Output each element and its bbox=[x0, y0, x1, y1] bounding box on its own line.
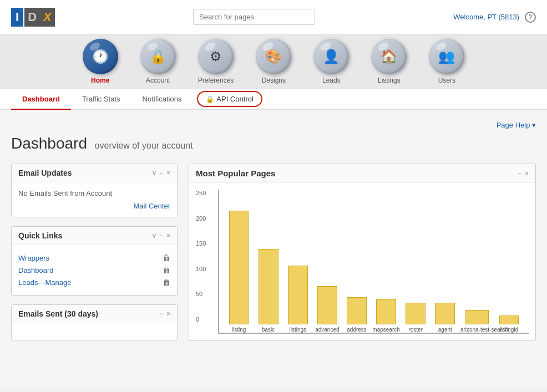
chart-bar bbox=[259, 249, 278, 324]
page-help: Page Help ▾ bbox=[11, 121, 536, 129]
dashboard-link[interactable]: Dashboard bbox=[18, 266, 54, 274]
chart-title: Most Popular Pages bbox=[196, 169, 275, 178]
bar-label: agent bbox=[438, 327, 452, 333]
page-title: Dashboard overview of your account bbox=[11, 135, 536, 152]
list-item: Leads — Manage 🗑 bbox=[18, 276, 170, 288]
quick-links-title: Quick Links bbox=[18, 231, 62, 240]
lock-icon: 🔒 bbox=[206, 95, 214, 103]
nav-item-designs[interactable]: 🎨 Designs bbox=[245, 39, 302, 89]
page-subtitle: overview of your account bbox=[95, 141, 193, 150]
preferences-icon: ⚙ bbox=[210, 49, 222, 64]
chart-bar bbox=[347, 297, 367, 324]
user-welcome-text[interactable]: Welcome, PT (5813) bbox=[453, 13, 519, 21]
y-label-100: 100 bbox=[196, 266, 206, 272]
nav-ball-designs: 🎨 bbox=[256, 39, 291, 74]
emails-sent-close-btn[interactable]: × bbox=[166, 310, 170, 318]
leads-link[interactable]: Leads bbox=[18, 278, 38, 287]
y-label-200: 200 bbox=[196, 215, 206, 222]
nav-item-account[interactable]: 🔒 Account bbox=[129, 39, 187, 89]
nav-label-designs: Designs bbox=[262, 77, 286, 84]
email-updates-close-btn[interactable]: × bbox=[166, 169, 170, 177]
chart-bar bbox=[465, 310, 489, 324]
bar-group: arizona-test-search bbox=[460, 211, 494, 333]
delete-wrappers-icon[interactable]: 🗑 bbox=[163, 253, 170, 262]
nav-item-listings[interactable]: 🏠 Listings bbox=[360, 39, 418, 89]
chart-bar bbox=[406, 303, 426, 324]
email-updates-body: No Emails Sent from Account Mail Center bbox=[12, 182, 177, 217]
bar-group: listingid bbox=[495, 211, 523, 333]
nav-item-leads[interactable]: 👤 Leads bbox=[302, 39, 360, 89]
nav-label-home: Home bbox=[91, 77, 109, 84]
quick-links-minimize-btn[interactable]: v bbox=[153, 232, 156, 240]
list-item: Dashboard 🗑 bbox=[18, 264, 170, 276]
chart-collapse-btn[interactable]: − bbox=[518, 170, 521, 177]
nav-item-users[interactable]: 👥 Users bbox=[418, 39, 475, 89]
user-area: Welcome, PT (5813) ? bbox=[453, 12, 536, 23]
search-input[interactable] bbox=[193, 9, 315, 25]
emails-sent-widget: Emails Sent (30 days) − × bbox=[11, 304, 178, 340]
tab-notifications[interactable]: Notifications bbox=[131, 89, 193, 110]
quick-links-close-btn[interactable]: × bbox=[166, 232, 170, 240]
right-column: Most Popular Pages − × 250 200 150 100 5… bbox=[189, 164, 536, 341]
y-label-250: 250 bbox=[196, 190, 206, 196]
nav-ball-leads: 👤 bbox=[313, 39, 349, 74]
chart-bar bbox=[288, 266, 308, 324]
mail-center-link[interactable]: Mail Center bbox=[18, 202, 170, 210]
wrappers-link[interactable]: Wrappers bbox=[18, 254, 49, 262]
users-icon: 👥 bbox=[438, 49, 455, 64]
home-clock-icon: 🕐 bbox=[92, 49, 109, 64]
emails-sent-collapse-btn[interactable]: − bbox=[159, 310, 163, 318]
email-updates-collapse-btn[interactable]: − bbox=[159, 169, 163, 177]
nav-ball-listings: 🏠 bbox=[371, 39, 407, 74]
leads-icon: 👤 bbox=[323, 49, 340, 64]
help-icon[interactable]: ? bbox=[525, 12, 536, 23]
chart-widget: Most Popular Pages − × 250 200 150 100 5… bbox=[189, 164, 536, 341]
y-axis-labels: 250 200 150 100 50 0 bbox=[196, 190, 206, 323]
page-help-link[interactable]: Page Help ▾ bbox=[497, 121, 536, 129]
chart-bar bbox=[317, 286, 337, 324]
bar-label: listingid bbox=[500, 327, 518, 333]
bar-group: listings bbox=[283, 211, 312, 333]
bar-label: mapsearch bbox=[372, 327, 399, 333]
bar-label: arizona-test-search bbox=[460, 327, 494, 333]
leads-dash: — bbox=[38, 278, 45, 287]
bar-group: mapsearch bbox=[372, 211, 401, 333]
bar-label: advanced bbox=[315, 327, 339, 333]
quick-links-widget: Quick Links v − × Wrappers 🗑 Dashboard 🗑 bbox=[11, 226, 178, 296]
y-label-150: 150 bbox=[196, 240, 206, 247]
delete-leads-icon[interactable]: 🗑 bbox=[163, 278, 170, 287]
widgets-row: Email Updates v − × No Emails Sent from … bbox=[11, 164, 536, 341]
delete-dashboard-icon[interactable]: 🗑 bbox=[163, 266, 170, 274]
designs-icon: 🎨 bbox=[265, 49, 282, 64]
sub-nav: Dashboard Traffic Stats Notifications 🔒 … bbox=[0, 89, 547, 110]
bar-label: roster bbox=[408, 327, 423, 333]
nav-item-preferences[interactable]: ⚙ Preferences bbox=[187, 39, 245, 89]
chart-container: 250 200 150 100 50 0 listingbasiclisting… bbox=[196, 190, 529, 334]
nav-label-preferences: Preferences bbox=[198, 77, 234, 84]
listings-icon: 🏠 bbox=[381, 49, 397, 64]
list-item: Wrappers 🗑 bbox=[18, 252, 170, 264]
chart-close-btn[interactable]: × bbox=[525, 170, 529, 177]
nav-item-home[interactable]: 🕐 Home bbox=[72, 39, 129, 89]
main-content: Page Help ▾ Dashboard overview of your a… bbox=[0, 110, 547, 387]
bar-group: agent bbox=[431, 211, 459, 333]
bar-label: listing bbox=[232, 327, 246, 333]
manage-link[interactable]: Manage bbox=[45, 278, 71, 287]
bar-chart: listingbasiclistingsadvancedaddressmapse… bbox=[218, 190, 529, 334]
tab-traffic-stats[interactable]: Traffic Stats bbox=[71, 89, 131, 110]
nav-label-listings: Listings bbox=[378, 77, 401, 84]
tab-dashboard[interactable]: Dashboard bbox=[11, 89, 71, 110]
quick-links-collapse-btn[interactable]: − bbox=[159, 232, 163, 240]
bar-label: listings bbox=[289, 327, 306, 333]
quick-links-controls: v − × bbox=[153, 232, 170, 240]
chart-header: Most Popular Pages − × bbox=[189, 164, 535, 183]
emails-sent-controls: − × bbox=[159, 310, 170, 318]
chart-controls: − × bbox=[518, 170, 529, 177]
bar-label: address bbox=[347, 327, 367, 333]
nav-ball-users: 👥 bbox=[429, 39, 464, 74]
emails-sent-body bbox=[12, 323, 177, 340]
email-updates-minimize-btn[interactable]: v bbox=[153, 169, 156, 177]
tab-api-control[interactable]: 🔒 API Control bbox=[197, 91, 262, 107]
chart-area: 250 200 150 100 50 0 listingbasiclisting… bbox=[189, 183, 535, 340]
bar-group: listing bbox=[225, 211, 253, 333]
